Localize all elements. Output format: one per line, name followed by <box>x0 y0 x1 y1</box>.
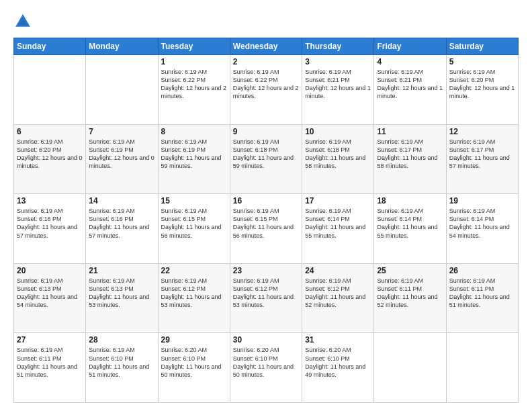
day-number: 8 <box>161 127 227 136</box>
day-info: Sunrise: 6:19 AM Sunset: 6:22 PM Dayligh… <box>233 68 299 101</box>
calendar-cell: 26Sunrise: 6:19 AM Sunset: 6:11 PM Dayli… <box>446 263 518 333</box>
calendar-cell: 25Sunrise: 6:19 AM Sunset: 6:11 PM Dayli… <box>374 263 446 333</box>
calendar-cell: 17Sunrise: 6:19 AM Sunset: 6:14 PM Dayli… <box>302 194 374 264</box>
day-number: 13 <box>17 196 83 205</box>
calendar-cell: 3Sunrise: 6:19 AM Sunset: 6:21 PM Daylig… <box>302 55 374 125</box>
day-number: 10 <box>305 127 371 136</box>
calendar-cell: 16Sunrise: 6:19 AM Sunset: 6:15 PM Dayli… <box>230 194 302 264</box>
calendar-cell: 10Sunrise: 6:19 AM Sunset: 6:18 PM Dayli… <box>302 124 374 194</box>
day-info: Sunrise: 6:19 AM Sunset: 6:11 PM Dayligh… <box>17 346 83 379</box>
day-info: Sunrise: 6:19 AM Sunset: 6:19 PM Dayligh… <box>89 138 154 171</box>
calendar-cell: 31Sunrise: 6:20 AM Sunset: 6:10 PM Dayli… <box>302 333 374 403</box>
day-info: Sunrise: 6:19 AM Sunset: 6:14 PM Dayligh… <box>449 207 515 240</box>
calendar-week-row: 27Sunrise: 6:19 AM Sunset: 6:11 PM Dayli… <box>14 333 519 403</box>
day-number: 15 <box>161 196 227 205</box>
calendar-cell: 27Sunrise: 6:19 AM Sunset: 6:11 PM Dayli… <box>14 333 86 403</box>
calendar-cell: 8Sunrise: 6:19 AM Sunset: 6:19 PM Daylig… <box>158 124 230 194</box>
calendar-cell: 21Sunrise: 6:19 AM Sunset: 6:13 PM Dayli… <box>86 263 158 333</box>
calendar-cell: 1Sunrise: 6:19 AM Sunset: 6:22 PM Daylig… <box>158 55 230 125</box>
calendar-week-row: 6Sunrise: 6:19 AM Sunset: 6:20 PM Daylig… <box>14 124 519 194</box>
day-info: Sunrise: 6:19 AM Sunset: 6:12 PM Dayligh… <box>305 277 371 310</box>
day-info: Sunrise: 6:19 AM Sunset: 6:11 PM Dayligh… <box>377 277 443 310</box>
day-info: Sunrise: 6:20 AM Sunset: 6:10 PM Dayligh… <box>305 346 371 379</box>
day-info: Sunrise: 6:19 AM Sunset: 6:17 PM Dayligh… <box>377 138 443 171</box>
day-info: Sunrise: 6:19 AM Sunset: 6:21 PM Dayligh… <box>305 68 371 101</box>
calendar-cell: 12Sunrise: 6:19 AM Sunset: 6:17 PM Dayli… <box>446 124 518 194</box>
calendar-cell: 19Sunrise: 6:19 AM Sunset: 6:14 PM Dayli… <box>446 194 518 264</box>
day-info: Sunrise: 6:19 AM Sunset: 6:20 PM Dayligh… <box>17 138 83 171</box>
calendar-cell: 30Sunrise: 6:20 AM Sunset: 6:10 PM Dayli… <box>230 333 302 403</box>
day-info: Sunrise: 6:19 AM Sunset: 6:15 PM Dayligh… <box>161 207 227 240</box>
page: SundayMondayTuesdayWednesdayThursdayFrid… <box>0 0 532 411</box>
day-info: Sunrise: 6:19 AM Sunset: 6:20 PM Dayligh… <box>449 68 515 101</box>
day-number: 14 <box>89 196 154 205</box>
day-info: Sunrise: 6:19 AM Sunset: 6:18 PM Dayligh… <box>233 138 299 171</box>
day-number: 17 <box>305 196 371 205</box>
day-number: 30 <box>233 335 299 345</box>
calendar-cell: 6Sunrise: 6:19 AM Sunset: 6:20 PM Daylig… <box>14 124 86 194</box>
day-info: Sunrise: 6:19 AM Sunset: 6:14 PM Dayligh… <box>305 207 371 240</box>
day-info: Sunrise: 6:19 AM Sunset: 6:12 PM Dayligh… <box>161 277 227 310</box>
day-number: 3 <box>305 57 371 66</box>
day-number: 6 <box>17 127 83 136</box>
day-number: 1 <box>161 57 227 66</box>
day-number: 2 <box>233 57 299 66</box>
day-number: 26 <box>449 266 515 275</box>
day-info: Sunrise: 6:20 AM Sunset: 6:10 PM Dayligh… <box>233 346 299 379</box>
calendar-header-thursday: Thursday <box>302 38 374 55</box>
day-number: 5 <box>449 57 515 66</box>
header <box>13 12 519 31</box>
calendar-cell: 11Sunrise: 6:19 AM Sunset: 6:17 PM Dayli… <box>374 124 446 194</box>
day-number: 28 <box>89 335 154 345</box>
day-number: 9 <box>233 127 299 136</box>
day-number: 31 <box>305 335 371 345</box>
calendar-week-row: 20Sunrise: 6:19 AM Sunset: 6:13 PM Dayli… <box>14 263 519 333</box>
calendar-cell: 28Sunrise: 6:19 AM Sunset: 6:10 PM Dayli… <box>86 333 158 403</box>
calendar-header-monday: Monday <box>86 38 158 55</box>
calendar-header-tuesday: Tuesday <box>158 38 230 55</box>
day-info: Sunrise: 6:19 AM Sunset: 6:19 PM Dayligh… <box>161 138 227 171</box>
day-number: 23 <box>233 266 299 275</box>
day-info: Sunrise: 6:19 AM Sunset: 6:16 PM Dayligh… <box>89 207 154 240</box>
day-number: 7 <box>89 127 154 136</box>
day-info: Sunrise: 6:19 AM Sunset: 6:14 PM Dayligh… <box>377 207 443 240</box>
day-number: 11 <box>377 127 443 136</box>
calendar-cell: 2Sunrise: 6:19 AM Sunset: 6:22 PM Daylig… <box>230 55 302 125</box>
calendar-header-wednesday: Wednesday <box>230 38 302 55</box>
calendar-cell: 23Sunrise: 6:19 AM Sunset: 6:12 PM Dayli… <box>230 263 302 333</box>
day-number: 19 <box>449 196 515 205</box>
calendar-cell: 9Sunrise: 6:19 AM Sunset: 6:18 PM Daylig… <box>230 124 302 194</box>
day-info: Sunrise: 6:19 AM Sunset: 6:16 PM Dayligh… <box>17 207 83 240</box>
calendar-cell: 14Sunrise: 6:19 AM Sunset: 6:16 PM Dayli… <box>86 194 158 264</box>
calendar-cell: 20Sunrise: 6:19 AM Sunset: 6:13 PM Dayli… <box>14 263 86 333</box>
calendar-cell: 29Sunrise: 6:20 AM Sunset: 6:10 PM Dayli… <box>158 333 230 403</box>
calendar-cell <box>446 333 518 403</box>
day-number: 12 <box>449 127 515 136</box>
calendar-cell: 5Sunrise: 6:19 AM Sunset: 6:20 PM Daylig… <box>446 55 518 125</box>
day-number: 20 <box>17 266 83 275</box>
calendar-header-row: SundayMondayTuesdayWednesdayThursdayFrid… <box>14 38 519 55</box>
calendar-cell: 24Sunrise: 6:19 AM Sunset: 6:12 PM Dayli… <box>302 263 374 333</box>
day-info: Sunrise: 6:19 AM Sunset: 6:13 PM Dayligh… <box>89 277 154 310</box>
day-info: Sunrise: 6:19 AM Sunset: 6:15 PM Dayligh… <box>233 207 299 240</box>
day-number: 16 <box>233 196 299 205</box>
day-info: Sunrise: 6:19 AM Sunset: 6:18 PM Dayligh… <box>305 138 371 171</box>
logo <box>13 12 35 31</box>
day-info: Sunrise: 6:19 AM Sunset: 6:12 PM Dayligh… <box>233 277 299 310</box>
day-number: 25 <box>377 266 443 275</box>
calendar-cell: 4Sunrise: 6:19 AM Sunset: 6:21 PM Daylig… <box>374 55 446 125</box>
calendar-cell <box>374 333 446 403</box>
day-number: 24 <box>305 266 371 275</box>
calendar-cell <box>86 55 158 125</box>
day-number: 4 <box>377 57 443 66</box>
day-info: Sunrise: 6:20 AM Sunset: 6:10 PM Dayligh… <box>161 346 227 379</box>
calendar-cell: 7Sunrise: 6:19 AM Sunset: 6:19 PM Daylig… <box>86 124 158 194</box>
day-number: 18 <box>377 196 443 205</box>
calendar-header-sunday: Sunday <box>14 38 86 55</box>
day-info: Sunrise: 6:19 AM Sunset: 6:10 PM Dayligh… <box>89 346 154 379</box>
day-number: 29 <box>161 335 227 345</box>
day-info: Sunrise: 6:19 AM Sunset: 6:21 PM Dayligh… <box>377 68 443 101</box>
logo-icon <box>13 12 32 31</box>
calendar-cell: 22Sunrise: 6:19 AM Sunset: 6:12 PM Dayli… <box>158 263 230 333</box>
day-number: 21 <box>89 266 154 275</box>
